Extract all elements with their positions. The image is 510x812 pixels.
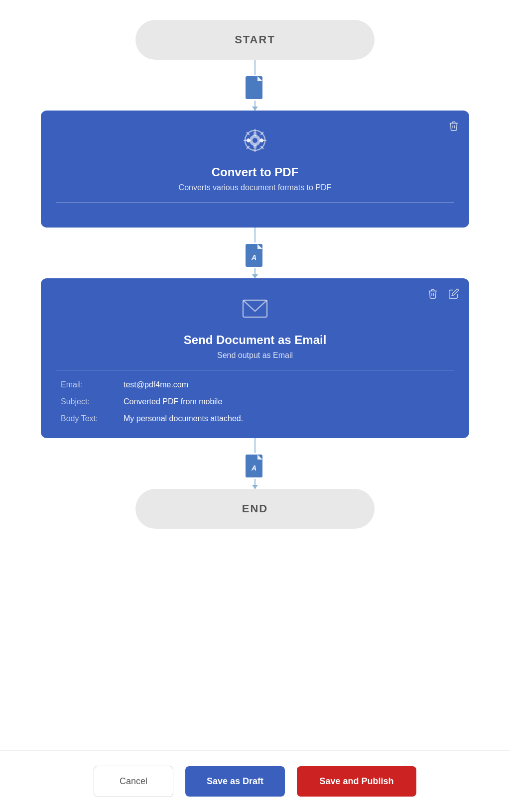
trash-icon-1 xyxy=(448,120,459,131)
step2-icon-area xyxy=(56,293,454,323)
connector-1 xyxy=(244,60,266,111)
envelope-icon xyxy=(240,293,270,323)
step2-subtitle: Send output as Email xyxy=(56,351,454,360)
delete-step2-button[interactable] xyxy=(425,286,440,301)
document-svg-1 xyxy=(246,76,264,99)
connector-line-3 xyxy=(255,438,255,453)
step2-divider xyxy=(56,370,454,370)
svg-point-5 xyxy=(252,137,258,143)
save-publish-button[interactable]: Save and Publish xyxy=(297,766,416,797)
cancel-button[interactable]: Cancel xyxy=(94,766,173,797)
connector-3: A xyxy=(244,438,266,489)
bodytext-field-row: Body Text: My personal documents attache… xyxy=(61,414,449,423)
convert-to-pdf-card: Convert to PDF Converts various document… xyxy=(41,111,469,228)
start-node: START xyxy=(135,20,375,60)
step2-title: Send Document as Email xyxy=(56,333,454,347)
end-label: END xyxy=(242,502,268,515)
edit-step2-button[interactable] xyxy=(446,286,461,301)
delete-step1-button[interactable] xyxy=(446,118,461,133)
svg-text:A: A xyxy=(251,253,256,261)
bodytext-value: My personal documents attached. xyxy=(124,414,243,423)
card-actions-2 xyxy=(425,286,461,301)
connector-line-2 xyxy=(255,228,255,242)
email-field-row: Email: test@pdf4me.com xyxy=(61,380,449,389)
svg-rect-7 xyxy=(254,145,256,148)
step1-divider xyxy=(56,202,454,203)
step2-fields: Email: test@pdf4me.com Subject: Converte… xyxy=(56,380,454,423)
connector-arrow-2 xyxy=(255,268,255,278)
connector-line-1 xyxy=(255,60,255,75)
trash-icon-2 xyxy=(427,288,438,299)
edit-icon-2 xyxy=(448,288,459,299)
save-draft-button[interactable]: Save as Draft xyxy=(185,766,285,797)
send-email-card: Send Document as Email Send output as Em… xyxy=(41,278,469,438)
email-label: Email: xyxy=(61,380,116,389)
pdf-icon-connector: A xyxy=(244,242,266,268)
start-label: START xyxy=(235,33,275,46)
bodytext-label: Body Text: xyxy=(61,414,116,423)
subject-field-row: Subject: Converted PDF from mobile xyxy=(61,397,449,406)
gear-icon xyxy=(240,125,270,155)
pdf-document-svg-2: A xyxy=(246,455,264,477)
flow-container: START xyxy=(0,0,510,730)
card-actions-1 xyxy=(446,118,461,133)
pdf-icon-connector-2: A xyxy=(244,453,266,479)
connector-arrow-3 xyxy=(255,479,255,489)
connector-arrow-1 xyxy=(255,101,255,111)
pdf-document-svg: A xyxy=(246,244,264,267)
svg-text:A: A xyxy=(251,464,256,472)
email-value: test@pdf4me.com xyxy=(124,380,188,389)
step1-subtitle: Converts various document formats to PDF xyxy=(56,183,454,192)
doc-icon-1 xyxy=(244,75,266,101)
subject-label: Subject: xyxy=(61,397,116,406)
step1-title: Convert to PDF xyxy=(56,165,454,179)
subject-value: Converted PDF from mobile xyxy=(124,397,222,406)
connector-2: A xyxy=(244,228,266,278)
step1-icon-area xyxy=(56,125,454,155)
svg-rect-6 xyxy=(254,132,256,136)
bottom-action-bar: Cancel Save as Draft Save and Publish xyxy=(0,750,510,812)
end-node: END xyxy=(135,489,375,529)
